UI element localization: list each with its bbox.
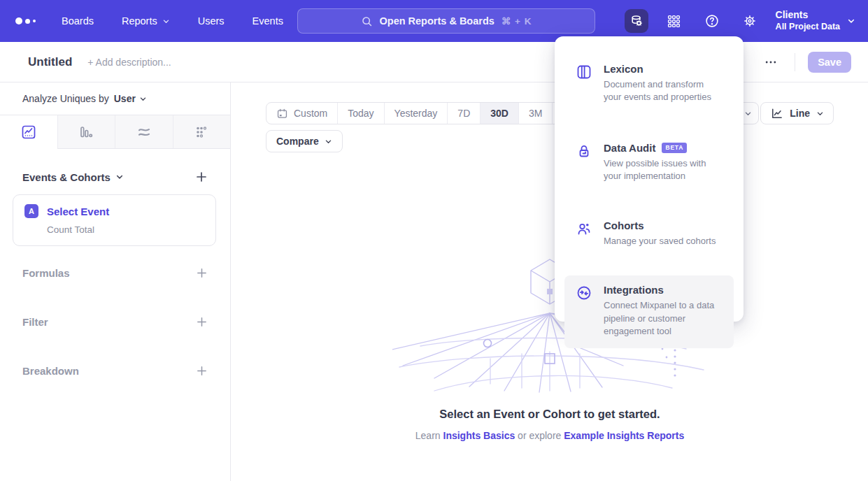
more-menu-button[interactable]: [761, 52, 781, 72]
database-gear-icon: [629, 13, 644, 29]
metric-tab-icon: [193, 124, 210, 141]
analyze-row: Analyze Uniques by User: [0, 82, 230, 115]
event-card-top: A Select Event: [24, 204, 204, 218]
event-metric-dropdown[interactable]: Count Total: [47, 224, 204, 235]
menu-item-integrations[interactable]: Integrations Connect Mixpanel to a data …: [564, 275, 734, 347]
data-management-menu: Lexicon Document and transform your even…: [555, 36, 744, 322]
event-card[interactable]: A Select Event Count Total: [13, 194, 216, 246]
date-today[interactable]: Today: [338, 103, 384, 124]
or-explore-text: or explore: [518, 430, 561, 441]
events-cohorts-toggle[interactable]: Events & Cohorts: [22, 171, 124, 183]
menu-item-cohorts[interactable]: Cohorts Manage your saved cohorts: [564, 211, 734, 257]
add-breakdown-button[interactable]: [194, 364, 209, 378]
sidebar-sections: Formulas Filter Breakdown: [0, 265, 230, 378]
menu-item-text: Data Audit BETA View possible issues wit…: [604, 142, 723, 183]
menu-item-description: Document and transform your events and p…: [604, 78, 723, 104]
menu-item-data-audit[interactable]: Data Audit BETA View possible issues wit…: [564, 134, 734, 193]
date-yesterday[interactable]: Yesterday: [385, 103, 448, 124]
menu-item-lexicon[interactable]: Lexicon Document and transform your even…: [564, 55, 734, 114]
select-event-button[interactable]: Select Event: [47, 206, 109, 217]
gear-icon: [742, 13, 757, 29]
add-formula-button[interactable]: [194, 266, 209, 280]
tab-bar-chart[interactable]: [57, 115, 115, 148]
date-range-label: 7D: [457, 108, 470, 119]
query-sidebar: Analyze Uniques by User: [0, 82, 231, 481]
example-reports-link[interactable]: Example Insights Reports: [564, 430, 684, 441]
data-management-button[interactable]: [625, 9, 648, 33]
add-event-button[interactable]: [194, 169, 209, 185]
header-divider: [795, 53, 795, 71]
insights-basics-link[interactable]: Insights Basics: [443, 430, 515, 441]
save-button[interactable]: Save: [808, 52, 851, 73]
grid-icon: [667, 14, 681, 29]
nav-item-users[interactable]: Users: [198, 15, 225, 27]
filter-label: Filter: [22, 316, 48, 328]
chevron-down-icon: [139, 95, 147, 103]
plus-icon: [195, 171, 208, 183]
search-shortcut: ⌘ + K: [501, 15, 532, 27]
more-icon: [764, 55, 778, 69]
line-chart-icon: [770, 107, 783, 120]
plus-icon: [196, 267, 208, 279]
mixpanel-logo-icon[interactable]: [15, 17, 36, 24]
section-filter: Filter: [0, 314, 230, 329]
menu-item-description: Connect Mixpanel to a data pipeline or c…: [604, 299, 723, 338]
tab-stacked-chart[interactable]: [115, 115, 173, 148]
date-3m[interactable]: 3M: [519, 103, 553, 124]
events-cohorts-header: Events & Cohorts: [0, 169, 230, 185]
project-selector[interactable]: Clients All Project Data: [776, 9, 855, 32]
chart-type-tabs: [0, 115, 230, 149]
chevron-down-icon: [115, 173, 124, 181]
date-range-group: Custom Today Yesterday 7D 30D 3M 6M: [266, 102, 587, 124]
line-chart-tab-icon: [20, 124, 37, 141]
formulas-label: Formulas: [22, 267, 70, 279]
chevron-down-icon: [325, 138, 332, 145]
settings-button[interactable]: [738, 9, 762, 33]
menu-item-title: Integrations: [604, 284, 664, 296]
section-breakdown: Breakdown: [0, 363, 230, 378]
stacked-chart-tab-icon: [136, 124, 152, 141]
date-range-label: Yesterday: [394, 108, 438, 119]
compare-dropdown[interactable]: Compare: [266, 130, 343, 152]
plus-icon: [196, 316, 208, 328]
global-search-input[interactable]: Open Reports & Boards ⌘ + K: [297, 8, 595, 34]
integrations-icon: [576, 284, 592, 338]
nav-item-label: Reports: [122, 15, 157, 27]
analyze-by-dropdown[interactable]: User: [114, 93, 147, 104]
data-audit-icon: [576, 142, 592, 183]
date-30d[interactable]: 30D: [481, 103, 519, 124]
menu-item-description: Manage your saved cohorts: [604, 235, 716, 247]
org-name: Clients: [776, 9, 840, 22]
chevron-down-icon: [816, 110, 824, 117]
menu-item-title: Data Audit: [604, 142, 655, 154]
help-icon: [704, 13, 720, 29]
project-labels: Clients All Project Data: [776, 9, 840, 32]
top-nav: Boards Reports Users Events Open Reports…: [0, 0, 868, 42]
date-7d[interactable]: 7D: [448, 103, 481, 124]
nav-item-events[interactable]: Events: [252, 15, 283, 27]
report-title[interactable]: Untitled: [28, 55, 72, 69]
tab-line-chart[interactable]: [0, 115, 57, 149]
add-description-field[interactable]: + Add description...: [87, 57, 171, 68]
add-filter-button[interactable]: [194, 315, 209, 329]
analyze-value: User: [114, 93, 136, 104]
menu-item-text: Cohorts Manage your saved cohorts: [604, 220, 716, 247]
project-scope: All Project Data: [776, 22, 840, 33]
events-cohorts-label: Events & Cohorts: [22, 171, 111, 183]
chart-style-label: Line: [790, 108, 810, 119]
nav-item-label: Events: [252, 15, 283, 27]
search-placeholder: Open Reports & Boards: [380, 15, 495, 27]
help-button[interactable]: [700, 9, 724, 33]
apps-grid-button[interactable]: [662, 9, 686, 33]
chevron-down-icon: [847, 17, 855, 25]
menu-item-title: Cohorts: [604, 220, 644, 231]
nav-item-reports[interactable]: Reports: [122, 15, 170, 27]
chart-style-dropdown[interactable]: Line: [760, 102, 834, 124]
date-range-label: 3M: [529, 108, 542, 119]
bar-chart-tab-icon: [78, 124, 94, 141]
date-custom[interactable]: Custom: [266, 103, 338, 124]
nav-item-boards[interactable]: Boards: [62, 15, 94, 27]
tab-metric-chart[interactable]: [173, 115, 231, 148]
nav-menu: Boards Reports Users Events: [62, 15, 283, 27]
search-icon: [361, 15, 373, 27]
